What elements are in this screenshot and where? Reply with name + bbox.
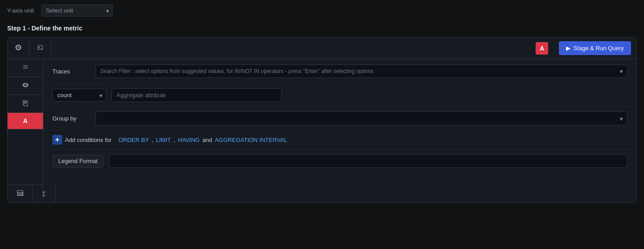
legend-format-input[interactable] <box>109 154 627 168</box>
groupby-label: Group by <box>52 115 88 122</box>
count-select[interactable]: count <box>52 89 106 102</box>
tab-eye[interactable] <box>8 77 43 95</box>
terminal-icon <box>37 44 44 52</box>
y-axis-label: Y-axis unit <box>7 7 34 14</box>
groupby-select-wrapper <box>95 112 627 125</box>
having-link[interactable]: HAVING <box>178 137 200 143</box>
settings-icon <box>15 44 22 52</box>
tab-table[interactable] <box>8 185 33 202</box>
groupby-select[interactable] <box>95 112 627 125</box>
collapse-icon <box>22 64 29 72</box>
top-bar: Y-axis unit Select unit <box>0 0 644 21</box>
card-header: A ▶ Stage & Run Query <box>8 38 636 59</box>
eye-icon <box>22 82 29 90</box>
groupby-row: Group by <box>43 107 636 130</box>
and-text: and <box>202 137 212 143</box>
tab-a-active[interactable]: A <box>8 113 43 129</box>
traces-row: Traces <box>43 59 636 84</box>
table-icon <box>17 189 24 198</box>
add-conditions-button[interactable]: + <box>52 135 62 145</box>
card-body: A Σ Traces <box>8 59 636 202</box>
left-panel: A Σ <box>8 59 43 202</box>
traces-label: Traces <box>52 68 88 75</box>
header-tab-settings[interactable] <box>8 39 30 57</box>
right-panel: Traces count Group by <box>43 59 636 202</box>
left-panel-top: A <box>8 59 43 129</box>
sigma-icon: Σ <box>42 190 46 197</box>
comma1: , <box>152 137 154 143</box>
count-select-wrapper: count <box>52 89 106 102</box>
traces-search-input[interactable] <box>95 64 627 78</box>
aggregation-interval-link[interactable]: AGGREGATION INTERVAL <box>215 137 288 143</box>
copy-icon <box>22 99 29 108</box>
tab-copy[interactable] <box>8 95 43 113</box>
a-label: A <box>23 117 27 124</box>
select-unit[interactable]: Select unit <box>41 4 113 17</box>
order-by-link[interactable]: ORDER BY <box>119 137 149 143</box>
header-tab-terminal[interactable] <box>30 39 52 57</box>
conditions-text-for <box>114 137 116 143</box>
legend-format-button[interactable]: Legend Format <box>52 155 103 167</box>
aggregate-attr-input[interactable] <box>112 88 282 102</box>
conditions-row: + Add conditions for ORDER BY , LIMIT , … <box>43 130 636 150</box>
conditions-text-add: Add conditions for <box>65 137 112 143</box>
main-card: A ▶ Stage & Run Query <box>7 37 637 203</box>
run-query-button[interactable]: ▶ Stage & Run Query <box>559 41 631 55</box>
tab-collapse[interactable] <box>8 59 43 77</box>
run-query-label: Stage & Run Query <box>573 45 624 52</box>
step-title: Step 1 - Define the metric <box>0 21 644 37</box>
play-icon: ▶ <box>566 45 571 52</box>
header-tabs <box>8 39 52 57</box>
traces-search-wrapper <box>95 64 627 78</box>
legend-row: Legend Format <box>43 150 636 172</box>
select-unit-wrapper: Select unit <box>41 4 113 17</box>
bottom-tabs: Σ <box>8 185 43 202</box>
header-a-badge: A <box>536 42 548 55</box>
limit-link[interactable]: LIMIT <box>156 137 171 143</box>
tab-sigma[interactable]: Σ <box>33 185 56 202</box>
comma2: , <box>173 137 175 143</box>
count-row: count <box>43 84 636 107</box>
